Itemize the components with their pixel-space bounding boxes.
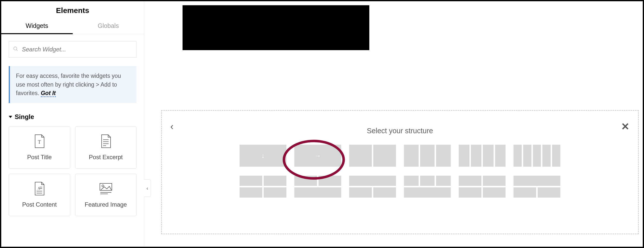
structure-top-2-bottom-1[interactable] xyxy=(294,176,341,198)
structure-4col[interactable] xyxy=(459,145,506,167)
arrow-down-icon: ↓ xyxy=(262,152,265,160)
widget-featured-image[interactable]: Featured Image xyxy=(75,174,137,216)
structure-top-1-bottom-2[interactable] xyxy=(349,176,396,198)
structure-selector-panel: ‹ ✕ Select your structure ↓ → xyxy=(161,110,639,234)
svg-text:T: T xyxy=(38,139,41,145)
tab-widgets[interactable]: Widgets xyxy=(1,18,73,34)
structure-title: Select your structure xyxy=(162,127,638,135)
widget-post-title[interactable]: T Post Title xyxy=(9,126,70,169)
search-input[interactable] xyxy=(22,46,132,53)
widget-post-excerpt[interactable]: Post Excerpt xyxy=(75,126,137,169)
elements-sidebar: Elements Widgets Globals For easy access… xyxy=(1,1,144,247)
svg-line-1 xyxy=(16,50,18,51)
structure-1col-down[interactable]: ↓ xyxy=(240,145,286,167)
collapse-sidebar-handle[interactable]: ‹ xyxy=(144,179,151,197)
structure-1top-2bottom[interactable] xyxy=(514,176,560,198)
favorites-tip-text: For easy access, favorite the widgets yo… xyxy=(16,73,121,96)
search-icon xyxy=(13,46,18,53)
structure-2x2-b[interactable] xyxy=(459,176,506,198)
panel-title: Elements xyxy=(1,1,144,18)
sidebar-tabs: Widgets Globals xyxy=(1,18,144,34)
widget-post-content[interactable]: A Post Content xyxy=(9,174,70,216)
tab-globals[interactable]: Globals xyxy=(73,18,144,34)
structure-3top-1bottom[interactable] xyxy=(404,176,451,198)
structure-2col[interactable] xyxy=(349,145,396,167)
post-content-icon: A xyxy=(34,182,45,196)
widget-post-content-label: Post Content xyxy=(22,201,57,208)
structure-2x2-a[interactable] xyxy=(240,176,286,198)
post-title-icon: T xyxy=(34,134,45,148)
chevron-left-icon: ‹ xyxy=(146,185,148,191)
widget-post-title-label: Post Title xyxy=(27,154,52,161)
structure-5col[interactable] xyxy=(514,145,560,167)
featured-image-icon xyxy=(99,182,113,196)
widget-featured-image-label: Featured Image xyxy=(85,201,127,208)
section-single-label: Single xyxy=(15,113,34,121)
arrow-right-icon: → xyxy=(314,152,321,160)
svg-point-0 xyxy=(14,47,17,50)
post-excerpt-icon xyxy=(100,134,112,148)
content-block-placeholder xyxy=(182,5,369,50)
tab-globals-label: Globals xyxy=(98,22,119,29)
editor-canvas: ‹ ✕ Select your structure ↓ → xyxy=(151,1,643,247)
structure-grid: ↓ → xyxy=(240,145,560,198)
search-widget-box[interactable] xyxy=(9,41,136,58)
favorites-tip: For easy access, favorite the widgets yo… xyxy=(9,66,136,103)
section-single[interactable]: Single xyxy=(1,103,144,124)
caret-down-icon xyxy=(9,116,12,118)
structure-3col[interactable] xyxy=(404,145,451,167)
svg-point-13 xyxy=(102,185,104,187)
widget-post-excerpt-label: Post Excerpt xyxy=(89,154,123,161)
widgets-grid: T Post Title Post Excerpt xyxy=(1,124,144,216)
tab-widgets-label: Widgets xyxy=(26,22,48,29)
got-it-link[interactable]: Got It xyxy=(41,90,56,97)
structure-1col-right[interactable]: → xyxy=(294,145,341,167)
